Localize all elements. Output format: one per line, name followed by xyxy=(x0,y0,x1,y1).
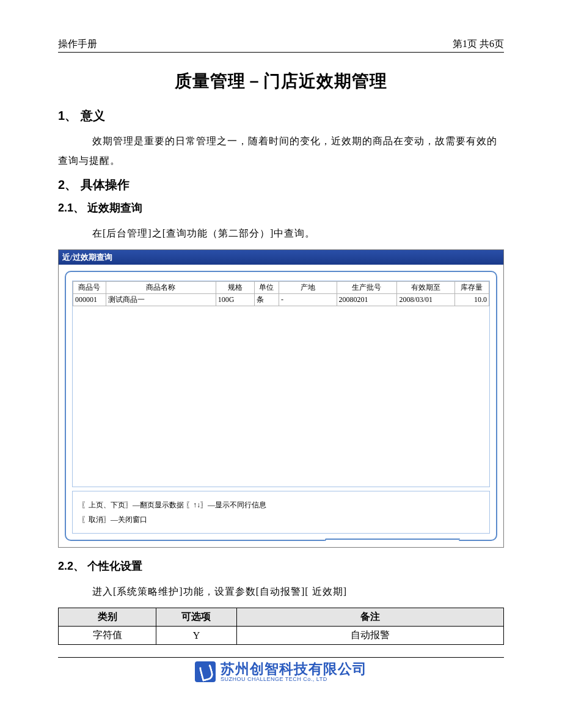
col-header-name: 商品名称 xyxy=(106,282,216,294)
grid-empty-area xyxy=(73,306,489,487)
col-header-valid: 有效期至 xyxy=(397,282,454,294)
cell-batch: 20080201 xyxy=(337,294,397,306)
hint-line-2: 〖取消〗—关闭窗口 xyxy=(81,512,481,527)
settings-header-row: 类别 可选项 备注 xyxy=(59,608,504,627)
footer-rule xyxy=(58,657,504,658)
company-name-block: 苏州创智科技有限公司 SUZHOU CHALLENGE TECH Co., LT… xyxy=(221,662,367,682)
col-header-id: 商品号 xyxy=(73,282,106,294)
company-name-en: SUZHOU CHALLENGE TECH Co., LTD xyxy=(221,676,367,682)
section-2-1-heading: 2.1、 近效期查询 xyxy=(58,200,504,215)
settings-data-row: 字符值 Y 自动报警 xyxy=(59,627,504,645)
hint-line-1: 〖上页、下页〗—翻页显示数据 〖↑↓〗—显示不同行信息 xyxy=(81,498,481,512)
company-name-cn: 苏州创智科技有限公司 xyxy=(221,662,367,676)
section-2-heading: 2、 具体操作 xyxy=(58,177,504,193)
cell-stock: 10.0 xyxy=(454,294,489,306)
section-2-2-label: 个性化设置 xyxy=(87,560,142,572)
frame-decoration xyxy=(324,539,460,541)
section-2-1-paragraph: 在[后台管理]之[查询功能（第二部分）]中查询。 xyxy=(92,224,504,243)
footer-logo: 苏州创智科技有限公司 SUZHOU CHALLENGE TECH Co., LT… xyxy=(58,661,504,682)
cell-name: 测试商品一 xyxy=(106,294,216,306)
col-header-origin: 产地 xyxy=(279,282,337,294)
settings-header-remark: 备注 xyxy=(236,608,503,627)
cell-spec: 100G xyxy=(216,294,254,306)
settings-cell-option: Y xyxy=(156,627,236,645)
settings-header-category: 类别 xyxy=(59,608,156,627)
company-logo-icon xyxy=(195,661,216,682)
section-1-paragraph: 效期管理是重要的日常管理之一，随着时间的变化，近效期的商品在变动，故需要有效的查… xyxy=(58,131,504,171)
section-2-2-paragraph: 进入[系统策略维护]功能，设置参数[自动报警][ 近效期] xyxy=(92,582,504,601)
settings-table: 类别 可选项 备注 字符值 Y 自动报警 xyxy=(58,608,504,645)
cell-unit: 条 xyxy=(254,294,279,306)
col-header-batch: 生产批号 xyxy=(337,282,397,294)
settings-cell-category: 字符值 xyxy=(59,627,156,645)
cell-id: 000001 xyxy=(73,294,106,306)
header-left: 操作手册 xyxy=(58,38,97,51)
col-header-stock: 库存量 xyxy=(454,282,489,294)
app-frame: 商品号 商品名称 规格 单位 产地 生产批号 有效期至 库存量 000001 测… xyxy=(65,271,497,541)
data-panel: 商品号 商品名称 规格 单位 产地 生产批号 有效期至 库存量 000001 测… xyxy=(72,281,490,487)
grid-header-row: 商品号 商品名称 规格 单位 产地 生产批号 有效期至 库存量 xyxy=(73,282,489,294)
section-2-2-heading: 2.2、 个性化设置 xyxy=(58,559,504,573)
settings-cell-remark: 自动报警 xyxy=(236,627,503,645)
section-1-number: 1、 xyxy=(58,109,77,122)
app-screenshot: 近/过效期查询 商品号 商品名称 规格 单位 产地 生产批号 有效期至 库存量 … xyxy=(58,249,504,548)
cell-valid: 2008/03/01 xyxy=(397,294,454,306)
section-2-2-number: 2.2、 xyxy=(58,560,84,572)
settings-header-option: 可选项 xyxy=(156,608,236,627)
col-header-spec: 规格 xyxy=(216,282,254,294)
header-page: 第1页 共6页 xyxy=(453,38,504,51)
section-2-label: 具体操作 xyxy=(81,178,130,191)
section-2-1-label: 近效期查询 xyxy=(87,202,142,214)
section-1-heading: 1、 意义 xyxy=(58,108,504,124)
grid-data-row[interactable]: 000001 测试商品一 100G 条 - 20080201 2008/03/0… xyxy=(73,294,489,306)
section-2-1-number: 2.1、 xyxy=(58,202,84,214)
section-1-label: 意义 xyxy=(81,109,105,122)
cell-origin: - xyxy=(279,294,337,306)
section-2-number: 2、 xyxy=(58,178,77,191)
col-header-unit: 单位 xyxy=(254,282,279,294)
page-header: 操作手册 第1页 共6页 xyxy=(58,38,504,53)
document-title: 质量管理－门店近效期管理 xyxy=(58,70,504,93)
hint-box: 〖上页、下页〗—翻页显示数据 〖↑↓〗—显示不同行信息 〖取消〗—关闭窗口 xyxy=(72,491,490,534)
app-titlebar: 近/过效期查询 xyxy=(59,250,503,265)
data-grid: 商品号 商品名称 规格 单位 产地 生产批号 有效期至 库存量 000001 测… xyxy=(73,281,489,306)
